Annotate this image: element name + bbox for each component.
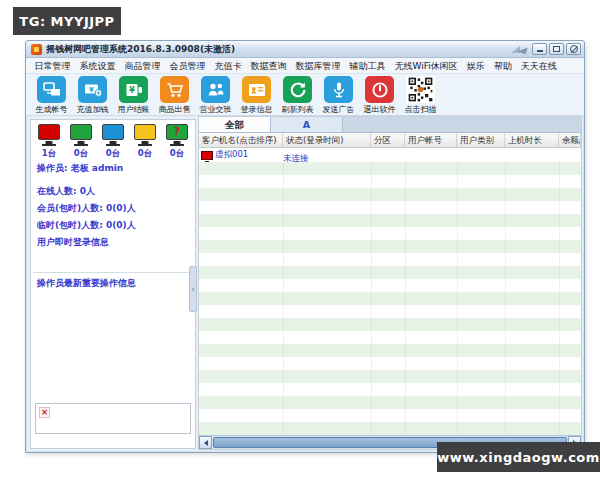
legend-count: 0台: [170, 148, 184, 160]
app-window: 摇钱树网吧管理系统2016.8.3.0908(未激活) 日常管理 系统设置 商品…: [25, 40, 585, 453]
table-header: 客户机名(点击排序) 状态(登录时间) 分区 用户帐号 用户类别 上机时长 余额…: [199, 133, 581, 148]
temp-count: 临时(包时)人数: 0(0)人: [37, 219, 136, 232]
zone-tabstrip: 全部 A: [199, 117, 581, 133]
close-message-button[interactable]: ×: [39, 407, 50, 418]
column-header-account[interactable]: 用户帐号: [405, 133, 457, 147]
monitor-member-icon: [102, 124, 124, 140]
close-button[interactable]: [566, 43, 581, 55]
refresh-icon: [283, 76, 312, 103]
svg-text:¥: ¥: [129, 85, 135, 94]
toolbar-button-label: 商品出售: [159, 104, 191, 115]
watermark-bottom-badge: www.xingdaogw.com: [437, 442, 600, 472]
maximize-icon: [553, 46, 560, 52]
microphone-icon: [324, 76, 353, 103]
member-count: 会员(包时)人数: 0(0)人: [37, 202, 136, 215]
menu-item-recharge-card[interactable]: 充值卡: [210, 58, 246, 74]
operator-info: 操作员: 老板 admin: [37, 162, 123, 175]
column-header-user-type[interactable]: 用户类别: [457, 133, 505, 147]
panel-collapse-handle[interactable]: ‹: [189, 266, 197, 312]
app-logo-icon: [31, 44, 42, 55]
legend-count: 0台: [106, 148, 120, 160]
maximize-button[interactable]: [549, 43, 564, 55]
login-info-button[interactable]: 登录信息: [236, 76, 277, 115]
left-arrow-icon: [204, 440, 208, 446]
column-header-balance[interactable]: 余额/余: [559, 133, 581, 147]
shift-people-icon: [201, 76, 230, 103]
client-name: 虚拟001: [215, 149, 248, 161]
column-header-client-name[interactable]: 客户机名(点击排序): [199, 133, 283, 147]
send-ad-button[interactable]: 发送广告: [318, 76, 359, 115]
power-icon: [365, 76, 394, 103]
shift-change-button[interactable]: 营业交班: [195, 76, 236, 115]
toolbar-button-label: 退出软件: [364, 104, 396, 115]
column-gridline: [559, 162, 560, 435]
titlebar: 摇钱树网吧管理系统2016.8.3.0908(未激活): [26, 41, 584, 58]
column-header-partition[interactable]: 分区: [371, 133, 405, 147]
recharge-button[interactable]: ¥ 充值加钱: [72, 76, 113, 115]
sell-goods-button[interactable]: 商品出售: [154, 76, 195, 115]
toolbar-button-label: 发送广告: [323, 104, 355, 115]
scan-qr-button[interactable]: 点击扫描: [400, 76, 441, 115]
qr-code-icon: [406, 76, 435, 103]
toolbar-button-label: 点击扫描: [405, 104, 437, 115]
monitor-online-icon: [70, 124, 92, 140]
legend-item: 0台: [129, 124, 161, 160]
toolbar-button-label: 刷新列表: [282, 104, 314, 115]
message-box: ×: [35, 403, 191, 434]
menu-item-help[interactable]: 帮助: [489, 58, 516, 74]
column-gridline: [457, 162, 458, 435]
scroll-left-button[interactable]: [199, 436, 212, 449]
legend-item: 0台: [97, 124, 129, 160]
toolbar: 生成帐号 ¥ 充值加钱 ¥ 用户结账 商品出售: [26, 74, 584, 116]
menu-item-daily-mgmt[interactable]: 日常管理: [30, 58, 75, 74]
menu-item-member-mgmt[interactable]: 会员管理: [165, 58, 210, 74]
client-offline-icon: [201, 151, 213, 160]
cart-icon: [160, 76, 189, 103]
toolbar-button-label: 生成帐号: [36, 104, 68, 115]
menu-item-goods-mgmt[interactable]: 商品管理: [120, 58, 165, 74]
window-title: 摇钱树网吧管理系统2016.8.3.0908(未激活): [46, 43, 235, 56]
legend-item: ? 0台: [161, 124, 193, 160]
monitor-offline-icon: [38, 124, 60, 140]
client-list-panel: 全部 A 客户机名(点击排序) 状态(登录时间) 分区 用户帐号 用户类别 上机…: [198, 116, 582, 450]
machine-status-legend: 1台 0台 0台 0台 ? 0台: [33, 124, 193, 160]
menu-item-aux-tools[interactable]: 辅助工具: [345, 58, 390, 74]
question-mark: ?: [174, 127, 180, 137]
legend-item: 0台: [65, 124, 97, 160]
online-count: 在线人数: 0人: [37, 185, 95, 198]
id-card-icon: [242, 76, 271, 103]
ops-info-section-title: 操作员最新重要操作信息: [37, 277, 136, 290]
menu-item-online[interactable]: 天天在线: [516, 58, 561, 74]
tab-zone-a[interactable]: A: [271, 117, 343, 132]
monitor-unknown-icon: ?: [166, 124, 188, 140]
section-divider: [33, 272, 193, 273]
checkout-button[interactable]: ¥ 用户结账: [113, 76, 154, 115]
menu-item-database-mgmt[interactable]: 数据库管理: [291, 58, 345, 74]
table-row[interactable]: 虚拟001 未连接: [199, 148, 581, 162]
column-gridline: [371, 162, 372, 435]
toolbar-button-label: 营业交班: [200, 104, 232, 115]
login-info-section-title: 用户即时登录信息: [37, 236, 109, 249]
legend-count: 0台: [138, 148, 152, 160]
menu-item-data-query[interactable]: 数据查询: [246, 58, 291, 74]
close-icon: [570, 45, 578, 53]
exit-app-button[interactable]: 退出软件: [359, 76, 400, 115]
menu-item-system-settings[interactable]: 系统设置: [75, 58, 120, 74]
refresh-list-button[interactable]: 刷新列表: [277, 76, 318, 115]
legend-item: 1台: [33, 124, 65, 160]
column-gridline: [505, 162, 506, 435]
recharge-card-icon: ¥: [78, 76, 107, 103]
svg-text:¥: ¥: [89, 85, 94, 93]
toolbar-button-label: 充值加钱: [77, 104, 109, 115]
empty-rows-area: [199, 162, 581, 435]
legend-count: 0台: [74, 148, 88, 160]
legend-count: 1台: [42, 148, 56, 160]
create-account-button[interactable]: 生成帐号: [31, 76, 72, 115]
column-header-duration[interactable]: 上机时长: [505, 133, 559, 147]
menu-item-wifi-zone[interactable]: 无线WiFi休闲区: [390, 58, 462, 74]
monitor-temp-icon: [134, 124, 156, 140]
menu-item-entertainment[interactable]: 娱乐: [462, 58, 489, 74]
minimize-button[interactable]: [532, 43, 547, 55]
minimize-icon: [537, 50, 543, 52]
tab-all[interactable]: 全部: [199, 117, 271, 132]
